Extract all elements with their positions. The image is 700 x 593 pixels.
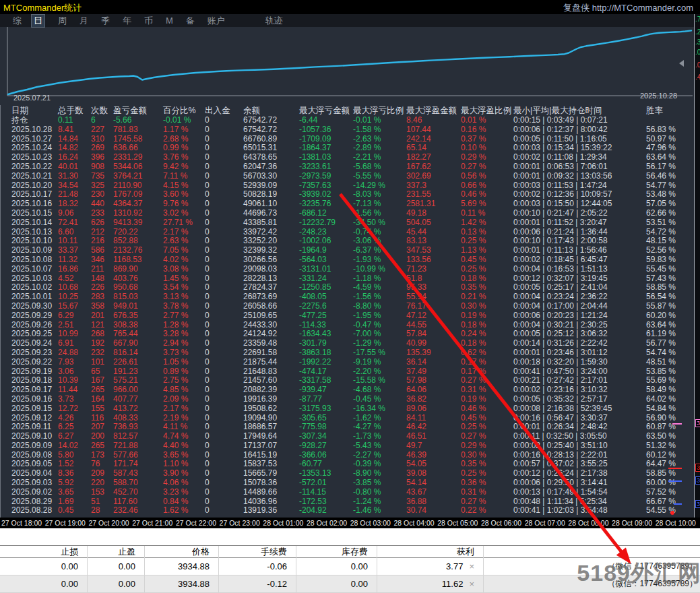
time-tick-label: 28 Oct 06:00 (481, 519, 521, 527)
cell: 49.7 (406, 441, 461, 451)
menu-item-10[interactable]: 账户 (208, 15, 225, 27)
collapse-arrow-icon[interactable] (679, 60, 684, 67)
cell: -3235.76 (299, 199, 353, 209)
menu-item-2[interactable]: 日 (31, 14, 45, 28)
table-row[interactable]: 2025.09.124.26116408.332.19 %019094.90-3… (1, 414, 694, 423)
menu-item-11[interactable]: 轨迹 (265, 15, 283, 27)
cell: 0 (205, 321, 243, 330)
cell: 17137.07 (243, 441, 299, 451)
table-row[interactable]: 2025.10.0933.375862132.767.05 %032399.32… (1, 246, 694, 255)
table-row[interactable]: 2025.10.1721.482301767.093.60 %050828.19… (1, 190, 694, 199)
table-row[interactable]: 2025.10.159.062331310.923.02 %044696.73-… (1, 209, 694, 218)
cell: -4.59 % (353, 283, 406, 292)
table-row[interactable]: 2025.09.3015.67358949.013.78 %026058.66-… (1, 302, 694, 311)
table-row[interactable]: 2025.09.106.27200812.574.74 %017949.64-3… (1, 432, 694, 441)
cell: 0.17 % (461, 358, 513, 367)
table-row[interactable]: 2025.10.2131.307353764.217.11 %056703.30… (1, 172, 694, 181)
cell: 308.38 (113, 321, 163, 330)
table-row[interactable]: 2025.09.262.51121308.381.28 %024433.30-1… (1, 321, 694, 330)
table-row[interactable]: 2025.08.291.6951117.600.84 %014036.96-17… (1, 497, 694, 507)
table-row[interactable]: 2025.09.035.92220588.704.06 %015078.36-5… (1, 478, 694, 488)
close-order-icon[interactable]: × (469, 561, 474, 571)
table-row[interactable]: 持仓0.116-5.66-0.01 %067542.72-6.44-0.01 %… (1, 116, 694, 125)
menu-item-7[interactable]: 币 (144, 15, 153, 27)
table-row[interactable]: 2025.10.2034.543252110.904.15 %052939.09… (1, 181, 694, 191)
table-row[interactable]: 2025.09.2324.88232816.143.73 %022691.58-… (1, 348, 694, 358)
table-row[interactable]: 2025.09.116.25207736.934.11 %018686.57-7… (1, 423, 694, 432)
cell: 58.85 % (646, 283, 693, 292)
price-marker-dash (674, 503, 682, 505)
cell: -114.33 (299, 321, 353, 330)
menu-item-1[interactable]: 综 (13, 15, 22, 27)
cell: 16.86 (58, 265, 91, 274)
table-row[interactable]: 2025.09.051.5276171.741.10 %015837.53-60… (1, 460, 694, 469)
close-order-icon[interactable]: × (469, 579, 474, 589)
cell: 56.83 % (646, 125, 693, 135)
cell: 0 (205, 237, 243, 246)
cell: 200 (91, 432, 113, 441)
cell: -10.99 % (353, 265, 406, 274)
cell: 0.21 % (461, 292, 513, 302)
table-row[interactable]: 2025.10.1472.416269413.3927.71 %043385.8… (1, 218, 694, 228)
table-row[interactable]: 2025.10.0110.25283815.033.13 %026873.69-… (1, 292, 694, 302)
table-row[interactable]: 2025.09.296.29201676.352.77 %025109.65-4… (1, 311, 694, 321)
cell: 2025.09.03 (11, 478, 58, 488)
menu-item-5[interactable]: 季 (101, 15, 110, 27)
table-row[interactable]: 2025.09.2510.99268765.443.28 %024124.92-… (1, 330, 694, 339)
time-tick-label: 28 Oct 01:00 (263, 519, 303, 527)
cell: 403.76 (113, 274, 163, 284)
menu-item-6[interactable]: 年 (123, 15, 131, 27)
stats-table-header: 日期总手数次数盈亏金额百分比%出入金余额最大浮亏金额最大浮亏比例最大浮盈金额最大… (1, 105, 694, 116)
time-tick-label: 28 Oct 10:00 (656, 519, 696, 527)
table-row[interactable]: 2025.10.2714.843101745.582.68 %066760.89… (1, 135, 694, 144)
table-row[interactable]: 2025.09.246.91192667.902.94 %023359.48-3… (1, 339, 694, 348)
table-row[interactable]: 2025.09.1711.44265966.004.85 %020882.39-… (1, 385, 694, 395)
table-row[interactable]: 2025.10.2316.243962331.293.76 %064378.65… (1, 153, 694, 162)
table-row[interactable]: 2025.10.034.52148403.761.45 %028228.13-3… (1, 274, 694, 284)
menu-item-8[interactable]: M (166, 15, 173, 26)
table-row[interactable]: 2025.09.227.93101226.611.05 %021875.44-1… (1, 358, 694, 367)
table-row[interactable]: 2025.09.0914.02265721.884.40 %017137.07-… (1, 441, 694, 451)
cell: -1.46 % (353, 506, 406, 516)
cell: 0:00:16 | 0:56:47 | 3:30:37 (513, 414, 646, 423)
table-row[interactable]: 2025.09.1512.72155413.722.17 %019508.62-… (1, 404, 694, 414)
table-row[interactable]: 2025.10.0210.68226950.683.54 %027824.37-… (1, 283, 694, 292)
table-row[interactable]: 2025.09.048.36209587.433.90 %015665.79-1… (1, 469, 694, 478)
cell: 2025.09.02 (11, 488, 58, 497)
table-row[interactable]: 2025.10.1010.11216852.882.63 %033252.20-… (1, 237, 694, 246)
edge-label: .4 (695, 73, 700, 81)
table-row[interactable]: 2025.10.0811.323461168.534.02 %030266.56… (1, 255, 694, 265)
table-row[interactable]: 2025.09.1810.39167575.212.75 %021457.60-… (1, 376, 694, 385)
table-row[interactable]: 2025.09.163.73164407.772.09 %019916.39-8… (1, 395, 694, 404)
table-row[interactable]: 2025.10.2414.82269636.660.99 %065015.31-… (1, 144, 694, 153)
cell: 2581.31 (406, 199, 461, 209)
brand-link[interactable]: 复盘侠 http://MTCommander.com (563, 2, 693, 14)
table-row[interactable]: 2025.09.023.65153452.703.23 %014489.66-1… (1, 488, 694, 497)
cell: 6.27 (58, 432, 91, 441)
cell: 1.45 % (163, 274, 205, 284)
menu-item-9[interactable]: 备 (186, 15, 195, 27)
table-row[interactable]: 2025.09.085.80173577.663.65 %016415.19-3… (1, 451, 694, 460)
cell: -5.66 (113, 116, 163, 125)
cell: 950.68 (113, 283, 163, 292)
table-row[interactable]: 2025.10.0716.86211869.903.08 %029098.03-… (1, 265, 694, 274)
cell: 2025.09.22 (11, 358, 58, 367)
table-row[interactable]: 2025.10.136.60212720.222.17 %033972.42-2… (1, 228, 694, 237)
table-row[interactable]: 2025.10.1618.324404364.379.76 %049061.10… (1, 199, 694, 209)
menu-item-4[interactable]: 月 (79, 15, 88, 27)
cell: 2025.09.08 (11, 451, 58, 460)
cell: 852.88 (113, 237, 163, 246)
table-row[interactable]: 2025.09.193.0665191.230.89 %021648.83-47… (1, 367, 694, 377)
cell: 117.60 (113, 497, 163, 507)
table-row[interactable]: 2025.10.288.41227781.831.17 %067542.72-1… (1, 125, 694, 135)
time-tick-label: 28 Oct 08:00 (568, 519, 608, 527)
cell: 54.77 % (646, 181, 693, 191)
time-axis: 27 Oct 18:0027 Oct 19:0027 Oct 20:0027 O… (0, 518, 700, 528)
table-row[interactable]: 2025.10.2240.019085344.069.42 %062047.36… (1, 162, 694, 172)
cell: 3.13 % (163, 292, 205, 302)
cell: 2025.09.19 (11, 367, 58, 377)
cell: -3.06 % (353, 237, 406, 246)
menu-item-3[interactable]: 周 (58, 15, 67, 27)
table-row[interactable]: 2025.08.280.4528232.461.62 %013919.36-20… (1, 506, 694, 516)
price-marker-dash (672, 423, 682, 425)
